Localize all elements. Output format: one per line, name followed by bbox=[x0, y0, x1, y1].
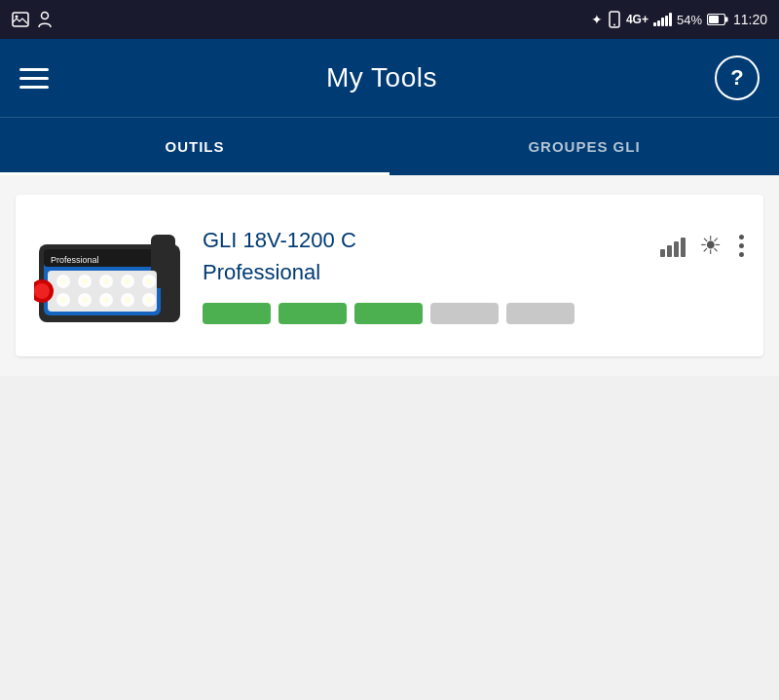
person-icon bbox=[37, 11, 53, 28]
network-label: 4G+ bbox=[626, 13, 649, 26]
hamburger-menu[interactable] bbox=[19, 68, 49, 89]
battery-seg-3 bbox=[354, 303, 423, 324]
svg-point-28 bbox=[82, 297, 88, 303]
tab-groupes-gli[interactable]: GROUPES GLI bbox=[390, 118, 779, 175]
battery-seg-4 bbox=[430, 303, 499, 324]
tab-outils[interactable]: OUTILS bbox=[0, 118, 390, 175]
sig-bar-1 bbox=[653, 22, 656, 26]
battery-seg-2 bbox=[278, 303, 347, 324]
sig-bar-4 bbox=[665, 16, 668, 26]
status-bar-left bbox=[12, 11, 585, 28]
signal-bars bbox=[653, 13, 672, 26]
svg-rect-6 bbox=[724, 18, 727, 22]
svg-point-1 bbox=[16, 16, 19, 18]
sig-bar-5 bbox=[669, 13, 672, 26]
tool-name: GLI 18V-1200 C bbox=[203, 227, 356, 255]
tool-name-block: GLI 18V-1200 C Professional bbox=[203, 227, 356, 290]
battery-seg-1 bbox=[203, 303, 271, 324]
svg-point-29 bbox=[103, 297, 109, 303]
bluetooth-icon: ✦ bbox=[591, 12, 603, 27]
hamburger-line-2 bbox=[19, 77, 49, 80]
svg-rect-7 bbox=[709, 16, 719, 23]
hamburger-line-3 bbox=[19, 86, 49, 89]
svg-point-23 bbox=[60, 278, 66, 284]
svg-point-30 bbox=[125, 297, 130, 303]
svg-point-24 bbox=[82, 278, 88, 284]
phone-icon bbox=[608, 11, 621, 28]
tool-subtitle: Professional bbox=[203, 259, 356, 287]
hamburger-line-1 bbox=[19, 68, 49, 71]
brightness-icon[interactable]: ☀ bbox=[699, 231, 722, 261]
tab-bar: OUTILS GROUPES GLI bbox=[0, 117, 779, 175]
main-content: Professional GLI 18V-1200 C Professional bbox=[0, 175, 779, 376]
app-header: My Tools ? bbox=[0, 39, 779, 117]
image-icon bbox=[12, 12, 29, 27]
tool-card: Professional GLI 18V-1200 C Professional bbox=[16, 195, 763, 356]
tab-groupes-label: GROUPES GLI bbox=[528, 138, 640, 155]
svg-point-32 bbox=[146, 297, 152, 303]
svg-point-26 bbox=[125, 278, 130, 284]
svg-point-4 bbox=[613, 24, 615, 26]
help-button[interactable]: ? bbox=[715, 55, 760, 100]
battery-seg-5 bbox=[506, 303, 575, 324]
tool-info: GLI 18V-1200 C Professional ☀ bbox=[203, 227, 748, 323]
svg-point-27 bbox=[60, 297, 66, 303]
battery-icon bbox=[707, 14, 728, 25]
battery-percent: 54% bbox=[677, 13, 702, 27]
tab-outils-label: OUTILS bbox=[166, 138, 225, 155]
svg-point-34 bbox=[34, 283, 50, 299]
status-icons-right: ✦ 4G+ 54% 11:20 bbox=[591, 11, 767, 28]
svg-point-2 bbox=[42, 13, 49, 19]
svg-point-25 bbox=[103, 278, 109, 284]
battery-level bbox=[203, 303, 748, 324]
more-options-button[interactable] bbox=[735, 231, 748, 261]
svg-text:Professional: Professional bbox=[51, 255, 99, 265]
svg-point-31 bbox=[146, 278, 152, 284]
tool-image: Professional bbox=[31, 212, 187, 339]
status-bar: ✦ 4G+ 54% 11:20 bbox=[0, 0, 779, 39]
time-display: 11:20 bbox=[733, 12, 767, 27]
tool-illustration: Professional bbox=[34, 215, 185, 337]
sig-bar-3 bbox=[661, 18, 664, 26]
connectivity-icon bbox=[660, 236, 686, 257]
sig-bar-2 bbox=[657, 20, 660, 26]
question-mark: ? bbox=[730, 65, 743, 91]
page-title: My Tools bbox=[326, 62, 437, 93]
